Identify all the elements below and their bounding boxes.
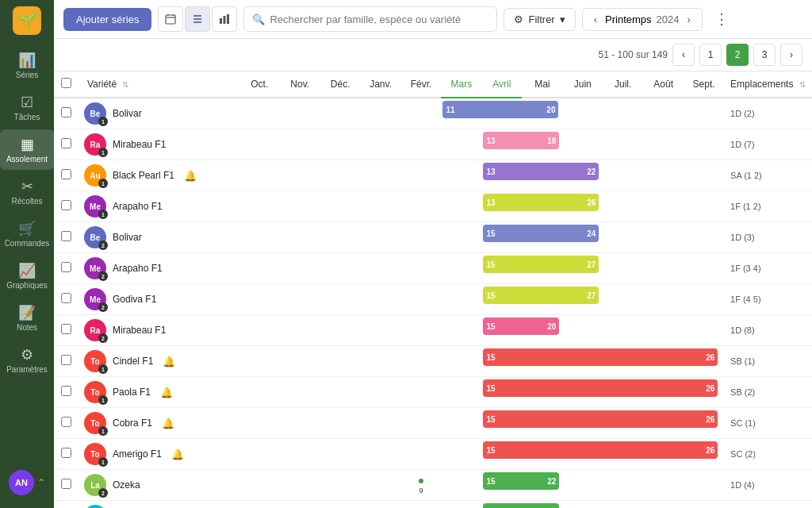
row-checkbox[interactable] — [61, 200, 71, 210]
sidebar-item-commandes[interactable]: 🛒 Commandes — [0, 214, 54, 254]
month-cell-5 — [441, 470, 481, 501]
sidebar-item-recoltes[interactable]: ✂ Récoltes — [0, 171, 54, 212]
gantt-bar: 1526 — [483, 379, 718, 397]
next-page-button[interactable]: › — [780, 44, 802, 66]
row-checkbox[interactable] — [61, 479, 71, 489]
row-checkbox[interactable] — [61, 262, 71, 272]
gantt-bar: 1523 — [483, 503, 559, 508]
prev-page-button[interactable]: ‹ — [672, 44, 695, 66]
variety-cell: To1 Amerigo F1 🔔 — [78, 439, 239, 470]
month-cell-11 — [684, 501, 724, 509]
more-options-button[interactable]: ⋮ — [709, 6, 734, 32]
add-series-button[interactable]: Ajouter séries — [63, 8, 151, 31]
chart-view-btn[interactable] — [212, 6, 237, 32]
row-checkbox[interactable] — [61, 138, 71, 148]
row-checkbox[interactable] — [61, 107, 71, 117]
page-2-button[interactable]: 2 — [726, 44, 749, 66]
search-box: 🔍 — [243, 6, 497, 32]
emplacements-sort-icon[interactable]: ⇅ — [799, 80, 806, 89]
list-icon — [192, 13, 203, 25]
variety-badge: Me1 — [84, 195, 106, 217]
juil-header: Juil. — [603, 71, 643, 98]
month-cell-10 — [643, 160, 684, 191]
avatar-expand-icon[interactable]: ⌃ — [37, 477, 45, 488]
sidebar-item-notes[interactable]: 📝 Notes — [0, 298, 54, 338]
month-cell-3 — [361, 98, 401, 129]
row-checkbox[interactable] — [61, 169, 71, 179]
sidebar-label-recoltes: Récoltes — [12, 197, 43, 206]
month-cell-11 — [684, 222, 724, 253]
prev-season-button[interactable]: ‹ — [591, 12, 600, 27]
month-cell-5 — [441, 408, 481, 439]
row-checkbox[interactable] — [61, 448, 71, 458]
avatar[interactable]: AN — [9, 470, 34, 495]
month-cell-4: 9 — [401, 470, 442, 501]
variety-cell: To1 Paola F1 🔔 — [78, 377, 239, 408]
row-checkbox[interactable] — [61, 231, 71, 241]
row-checkbox[interactable] — [61, 293, 71, 303]
variety-name: Godiva F1 — [113, 294, 156, 305]
table-row: Me2 Godiva F1 15271F (4 5) — [54, 284, 812, 315]
month-cell-0 — [239, 284, 280, 315]
month-cell-1 — [280, 346, 320, 377]
month-cell-3 — [361, 284, 401, 315]
month-cell-6: 1527 — [481, 253, 522, 284]
gantt-bar: 1326 — [483, 194, 599, 211]
month-cell-4 — [401, 377, 442, 408]
search-input[interactable] — [270, 13, 488, 25]
sidebar-item-graphiques[interactable]: 📈 Graphiques — [0, 256, 54, 296]
month-cell-9 — [603, 315, 643, 346]
month-cell-3 — [361, 315, 401, 346]
table-row: To1 Amerigo F1 🔔 1526SC (2) — [54, 439, 812, 470]
calendar-view-btn[interactable] — [158, 6, 183, 32]
month-cell-0 — [239, 470, 280, 501]
month-cell-0 — [239, 377, 280, 408]
list-view-btn[interactable] — [185, 6, 210, 32]
variety-badge: Be2 — [84, 226, 106, 248]
gantt-bar: 1120 — [442, 101, 558, 118]
fevr-header: Févr. — [401, 71, 442, 98]
next-season-button[interactable]: › — [684, 12, 694, 27]
sidebar-item-assolement[interactable]: ▦ Assolement — [0, 129, 54, 170]
variety-name: Cindel F1 — [113, 356, 153, 367]
month-cell-11 — [684, 191, 724, 222]
emplacements-cell: SB (2) — [724, 377, 812, 408]
row-checkbox[interactable] — [61, 386, 71, 396]
page-3-button[interactable]: 3 — [753, 44, 776, 66]
month-cell-5 — [441, 284, 481, 315]
month-cell-9 — [603, 191, 643, 222]
select-all-checkbox[interactable] — [61, 78, 71, 88]
sidebar-label-notes: Notes — [17, 323, 37, 332]
month-cell-2 — [320, 160, 361, 191]
variety-cell: Be2 Bolivar — [78, 222, 239, 253]
table-row: La2 Ozeka 915221D (4) — [54, 470, 812, 501]
page-1-button[interactable]: 1 — [699, 44, 722, 66]
month-cell-1 — [280, 501, 320, 509]
month-cell-11 — [684, 160, 724, 191]
filter-button[interactable]: ⚙ Filtrer ▾ — [504, 8, 575, 31]
variety-name: Amerigo F1 — [113, 448, 162, 460]
month-cell-0 — [239, 315, 280, 346]
sidebar-item-taches[interactable]: ☑ Tâches — [0, 87, 54, 128]
row-checkbox[interactable] — [61, 324, 71, 334]
month-cell-4 — [401, 346, 442, 377]
svg-rect-0 — [166, 15, 175, 24]
emplacements-header[interactable]: Emplacements ⇅ — [724, 71, 812, 98]
month-cell-10 — [643, 191, 684, 222]
emplacements-cell: 1D (7) — [724, 129, 812, 160]
variety-badge: To1 — [84, 381, 106, 403]
variety-header[interactable]: Variété ⇅ — [78, 71, 239, 98]
month-cell-1 — [280, 253, 320, 284]
variety-sort-icon[interactable]: ⇅ — [122, 80, 128, 89]
sidebar-item-parametres[interactable]: ⚙ Paramètres — [0, 340, 54, 380]
assolement-icon: ▦ — [21, 136, 34, 153]
month-cell-6: 1526 — [481, 377, 522, 408]
row-checkbox[interactable] — [61, 355, 71, 365]
table-row: Ra1 Mirabeau F1 13181D (7) — [54, 129, 812, 160]
variety-cell: Ra1 Mirabeau F1 — [78, 129, 239, 160]
sidebar-label-taches: Tâches — [14, 113, 40, 121]
row-checkbox[interactable] — [61, 417, 71, 427]
sidebar-item-series[interactable]: 📊 Séries — [0, 45, 54, 86]
month-cell-2 — [320, 377, 361, 408]
month-cell-4 — [401, 191, 442, 222]
